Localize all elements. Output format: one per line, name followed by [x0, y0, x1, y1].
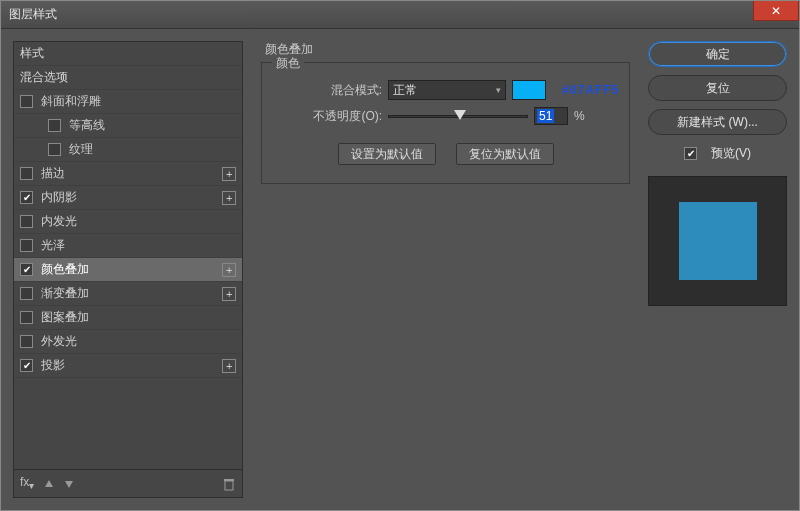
fx-menu[interactable]: fx▾: [20, 475, 34, 491]
styles-header[interactable]: 样式: [14, 42, 242, 66]
slider-thumb-icon[interactable]: [454, 110, 466, 120]
svg-rect-1: [224, 479, 234, 481]
add-instance-icon[interactable]: +: [222, 263, 236, 277]
styles-footer: fx▾: [14, 469, 242, 497]
style-checkbox[interactable]: [20, 359, 33, 372]
blend-mode-select[interactable]: 正常 ▾: [388, 80, 506, 100]
style-item-2[interactable]: 纹理: [14, 138, 242, 162]
preview-checkbox[interactable]: [684, 147, 697, 160]
style-label: 内发光: [41, 213, 77, 230]
ok-button[interactable]: 确定: [648, 41, 787, 67]
section-title: 颜色叠加: [265, 41, 630, 58]
blend-mode-row: 混合模式: 正常 ▾ #07AFF5: [272, 77, 619, 103]
style-checkbox[interactable]: [48, 119, 61, 132]
reset-default-button[interactable]: 复位为默认值: [456, 143, 554, 165]
add-instance-icon[interactable]: +: [222, 167, 236, 181]
style-item-7[interactable]: 颜色叠加+: [14, 258, 242, 282]
color-swatch[interactable]: [512, 80, 546, 100]
style-label: 投影: [41, 357, 65, 374]
add-instance-icon[interactable]: +: [222, 287, 236, 301]
add-instance-icon[interactable]: +: [222, 191, 236, 205]
percent-label: %: [574, 109, 585, 123]
dialog-body: 样式 混合选项 斜面和浮雕等高线纹理描边+内阴影+内发光光泽颜色叠加+渐变叠加+…: [1, 29, 799, 510]
opacity-input[interactable]: 51: [534, 107, 568, 125]
style-item-5[interactable]: 内发光: [14, 210, 242, 234]
new-style-button[interactable]: 新建样式 (W)...: [648, 109, 787, 135]
add-instance-icon[interactable]: +: [222, 359, 236, 373]
style-checkbox[interactable]: [20, 215, 33, 228]
style-checkbox[interactable]: [20, 239, 33, 252]
fieldset-legend: 颜色: [272, 55, 304, 72]
layer-style-dialog: 图层样式 ✕ 样式 混合选项 斜面和浮雕等高线纹理描边+内阴影+内发光光泽颜色叠…: [0, 0, 800, 511]
move-down-icon[interactable]: [64, 479, 74, 489]
style-checkbox[interactable]: [20, 95, 33, 108]
svg-rect-0: [225, 481, 233, 490]
style-item-6[interactable]: 光泽: [14, 234, 242, 258]
set-default-button[interactable]: 设置为默认值: [338, 143, 436, 165]
style-label: 颜色叠加: [41, 261, 89, 278]
close-button[interactable]: ✕: [753, 1, 799, 21]
style-checkbox[interactable]: [20, 191, 33, 204]
style-checkbox[interactable]: [20, 263, 33, 276]
style-checkbox[interactable]: [48, 143, 61, 156]
style-item-8[interactable]: 渐变叠加+: [14, 282, 242, 306]
style-item-4[interactable]: 内阴影+: [14, 186, 242, 210]
style-checkbox[interactable]: [20, 167, 33, 180]
move-up-icon[interactable]: [44, 479, 54, 489]
style-item-1[interactable]: 等高线: [14, 114, 242, 138]
styles-panel: 样式 混合选项 斜面和浮雕等高线纹理描边+内阴影+内发光光泽颜色叠加+渐变叠加+…: [13, 41, 243, 498]
style-item-3[interactable]: 描边+: [14, 162, 242, 186]
style-label: 内阴影: [41, 189, 77, 206]
style-checkbox[interactable]: [20, 335, 33, 348]
style-label: 纹理: [69, 141, 93, 158]
styles-list: 样式 混合选项 斜面和浮雕等高线纹理描边+内阴影+内发光光泽颜色叠加+渐变叠加+…: [14, 42, 242, 469]
default-buttons: 设置为默认值 复位为默认值: [272, 143, 619, 165]
trash-icon[interactable]: [222, 477, 236, 491]
color-hex: #07AFF5: [562, 83, 619, 97]
style-label: 图案叠加: [41, 309, 89, 326]
titlebar[interactable]: 图层样式 ✕: [1, 1, 799, 29]
opacity-slider[interactable]: [388, 109, 528, 123]
style-label: 渐变叠加: [41, 285, 89, 302]
style-item-11[interactable]: 投影+: [14, 354, 242, 378]
opacity-row: 不透明度(O): 51 %: [272, 103, 619, 129]
color-fieldset: 颜色 混合模式: 正常 ▾ #07AFF5 不透明度(O):: [261, 62, 630, 184]
style-checkbox[interactable]: [20, 287, 33, 300]
style-item-9[interactable]: 图案叠加: [14, 306, 242, 330]
reset-button[interactable]: 复位: [648, 75, 787, 101]
preview-toggle[interactable]: 预览(V): [648, 145, 787, 162]
style-label: 描边: [41, 165, 65, 182]
style-label: 外发光: [41, 333, 77, 350]
window-title: 图层样式: [9, 6, 57, 23]
opacity-label: 不透明度(O):: [272, 108, 382, 125]
options-panel: 颜色叠加 颜色 混合模式: 正常 ▾ #07AFF5 不透明度(O):: [251, 41, 640, 498]
preview-swatch: [679, 202, 757, 280]
style-label: 斜面和浮雕: [41, 93, 101, 110]
blend-options-header[interactable]: 混合选项: [14, 66, 242, 90]
style-item-0[interactable]: 斜面和浮雕: [14, 90, 242, 114]
blend-mode-label: 混合模式:: [272, 82, 382, 99]
action-panel: 确定 复位 新建样式 (W)... 预览(V): [648, 41, 787, 498]
preview-box: [648, 176, 787, 306]
style-item-10[interactable]: 外发光: [14, 330, 242, 354]
style-label: 光泽: [41, 237, 65, 254]
style-label: 等高线: [69, 117, 105, 134]
style-checkbox[interactable]: [20, 311, 33, 324]
chevron-down-icon: ▾: [496, 85, 501, 95]
